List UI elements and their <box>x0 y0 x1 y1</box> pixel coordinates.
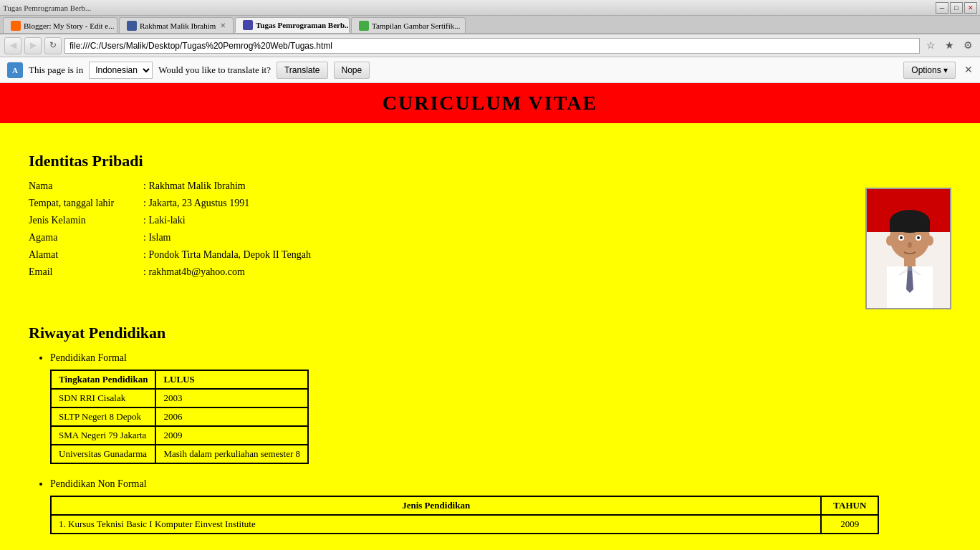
refresh-button[interactable]: ↻ <box>44 37 62 54</box>
education-list: Pendidikan Formal Tingkatan Pendidikan L… <box>29 352 951 534</box>
value-ttl: : Jakarta, 23 Agustus 1991 <box>143 198 249 209</box>
formal-table-header-row: Tingkatan Pendidikan LULUS <box>51 370 308 389</box>
nonformal-course-1: 1. Kursus Teknisi Basic I Komputer Einve… <box>51 515 821 534</box>
cv-header: CURICULUM VITAE <box>0 83 980 123</box>
tugas-favicon <box>243 20 253 30</box>
identity-row-ttl: Tempat, tanggal lahir : Jakarta, 23 Agus… <box>29 198 311 209</box>
tab-blogger[interactable]: Blogger: My Story - Edit e... ✕ <box>3 17 117 33</box>
label-agama: Agama <box>29 232 143 243</box>
translate-question: Would you like to translate it? <box>158 64 271 76</box>
close-translate-icon[interactable]: ✕ <box>964 64 973 76</box>
tab-bar: Blogger: My Story - Edit e... ✕ Rakhmat … <box>0 16 980 34</box>
svg-rect-12 <box>904 258 916 268</box>
education-title: Riwayat Pendidikan <box>29 324 951 342</box>
tab-blogger-label: Blogger: My Story - Edit e... <box>24 21 115 30</box>
label-jk: Jenis Kelamin <box>29 215 143 226</box>
value-jk: : Laki-laki <box>143 215 186 226</box>
nonformal-col-jenis: Jenis Pendidikan <box>51 496 821 515</box>
identity-title: Identitas Pribadi <box>29 152 951 170</box>
formal-education-item: Pendidikan Formal Tingkatan Pendidikan L… <box>29 352 951 464</box>
bookmark-icon[interactable]: ☆ <box>923 38 938 54</box>
label-nama: Nama <box>29 180 143 192</box>
profile-photo-svg <box>867 189 951 309</box>
formal-col-lulus: LULUS <box>155 370 308 389</box>
formal-year-sdn: 2003 <box>155 389 308 407</box>
identity-row-agama: Agama : Islam <box>29 232 311 243</box>
options-label: Options <box>911 65 941 75</box>
address-bar[interactable] <box>64 38 920 54</box>
nonformal-education-item: Pendidikan Non Formal Jenis Pendidikan T… <box>29 478 951 534</box>
identity-section: Nama : Rakhmat Malik Ibrahim Tempat, tan… <box>29 180 951 309</box>
tab-tugas-label: Tugas Pemrograman Berb... <box>256 21 350 29</box>
formal-bullet-label: Pendidikan Formal <box>50 352 951 364</box>
identity-table: Nama : Rakhmat Malik Ibrahim Tempat, tan… <box>29 180 311 284</box>
translate-icon: A <box>7 62 23 78</box>
nonformal-header-row: Jenis Pendidikan TAHUN <box>51 496 878 515</box>
label-ttl: Tempat, tanggal lahir <box>29 198 143 209</box>
nonformal-col-tahun: TAHUN <box>821 496 878 515</box>
formal-row-sdn: SDN RRI Cisalak 2003 <box>51 389 308 407</box>
wrench-icon[interactable]: ⚙ <box>960 38 976 54</box>
nonformal-bullet-label: Pendidikan Non Formal <box>50 478 951 490</box>
formal-year-univ: Masih dalam perkuliahan semester 8 <box>155 445 308 463</box>
translate-button[interactable]: Translate <box>277 62 328 79</box>
facebook-favicon <box>127 21 137 31</box>
minimize-button[interactable]: ─ <box>936 2 948 14</box>
identity-row-email: Email : rakhmat4b@yahoo.com <box>29 266 311 278</box>
maximize-button[interactable]: □ <box>950 2 963 14</box>
formal-year-sma: 2009 <box>155 426 308 445</box>
title-bar: Tugas Pemrograman Berb... ─ □ ✕ <box>0 0 980 16</box>
svg-point-10 <box>886 236 893 246</box>
svg-point-7 <box>900 236 903 239</box>
identity-row-alamat: Alamat : Pondok Tirta Mandala, Depok II … <box>29 249 311 261</box>
nav-bar: ◀ ▶ ↻ ☆ ★ ⚙ <box>0 34 980 57</box>
window-controls: ─ □ ✕ <box>936 2 977 14</box>
identity-row-nama: Nama : Rakhmat Malik Ibrahim <box>29 180 311 192</box>
formal-education-table: Tingkatan Pendidikan LULUS SDN RRI Cisal… <box>50 370 309 464</box>
cv-title: CURICULUM VITAE <box>0 92 980 115</box>
svg-point-9 <box>908 242 912 248</box>
language-select[interactable]: Indonesian <box>89 62 153 79</box>
svg-rect-4 <box>890 221 930 232</box>
identity-row-jk: Jenis Kelamin : Laki-laki <box>29 215 311 226</box>
formal-school-sdn: SDN RRI Cisalak <box>51 389 155 407</box>
formal-school-univ: Universitas Gunadarma <box>51 445 155 463</box>
svg-point-8 <box>917 236 920 239</box>
back-button[interactable]: ◀ <box>4 37 21 54</box>
tab-tampilan-close[interactable]: ✕ <box>465 21 466 29</box>
nope-button[interactable]: Nope <box>334 62 370 79</box>
formal-row-sltp: SLTP Negeri 8 Depok 2006 <box>51 407 308 426</box>
forward-button[interactable]: ▶ <box>24 37 42 54</box>
tab-tampilan[interactable]: Tampilan Gambar Sertifik... ✕ <box>351 17 466 33</box>
nonformal-education-table: Jenis Pendidikan TAHUN 1. Kursus Teknisi… <box>50 496 879 534</box>
blogger-favicon <box>11 21 21 31</box>
label-email: Email <box>29 266 143 278</box>
translate-bar: A This page is in Indonesian Would you l… <box>0 57 980 83</box>
nonformal-year-1: 2009 <box>821 515 878 534</box>
formal-row-sma: SMA Negeri 79 Jakarta 2009 <box>51 426 308 445</box>
nav-icons: ☆ ★ ⚙ <box>923 38 976 54</box>
tampilan-favicon <box>359 21 369 31</box>
value-alamat: : Pondok Tirta Mandala, Depok II Tengah <box>143 249 311 261</box>
tab-tampilan-label: Tampilan Gambar Sertifik... <box>372 21 461 30</box>
value-email: : rakhmat4b@yahoo.com <box>143 266 245 278</box>
formal-school-sma: SMA Negeri 79 Jakarta <box>51 426 155 445</box>
tab-facebook-close[interactable]: ✕ <box>220 21 226 29</box>
label-alamat: Alamat <box>29 249 143 261</box>
formal-col-tingkatan: Tingkatan Pendidikan <box>51 370 155 389</box>
formal-year-sltp: 2006 <box>155 407 308 426</box>
cv-body: Identitas Pribadi Nama : Rakhmat Malik I… <box>0 123 980 550</box>
tab-tugas[interactable]: Tugas Pemrograman Berb... ✕ <box>235 17 350 33</box>
svg-point-11 <box>926 236 933 246</box>
close-button[interactable]: ✕ <box>964 2 977 14</box>
value-nama: : Rakhmat Malik Ibrahim <box>143 180 246 192</box>
profile-photo <box>865 188 951 309</box>
formal-school-sltp: SLTP Negeri 8 Depok <box>51 407 155 426</box>
browser-window: Tugas Pemrograman Berb... ─ □ ✕ Blogger:… <box>0 0 980 550</box>
value-agama: : Islam <box>143 232 171 243</box>
nonformal-row-1: 1. Kursus Teknisi Basic I Komputer Einve… <box>51 515 878 534</box>
options-button[interactable]: Options ▾ <box>903 62 956 79</box>
svg-rect-17 <box>908 266 912 271</box>
star-icon[interactable]: ★ <box>941 38 957 54</box>
tab-facebook[interactable]: Rakhmat Malik Ibrahim ✕ <box>119 17 234 33</box>
